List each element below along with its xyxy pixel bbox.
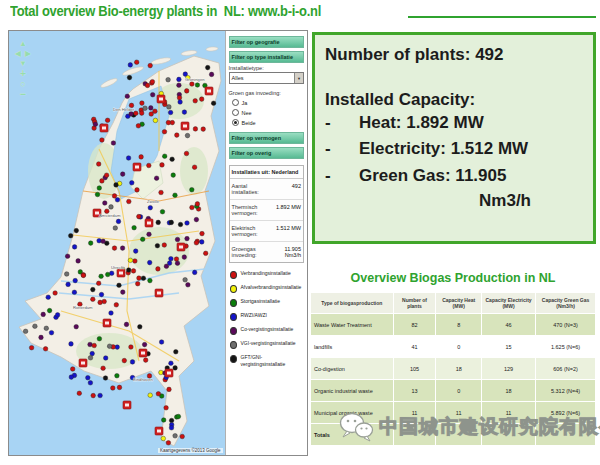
plant-marker-icon[interactable] [109, 311, 114, 316]
section-filter-vermogen[interactable]: Filter op vermogen [229, 132, 304, 144]
plant-marker-icon[interactable] [192, 165, 197, 170]
plant-marker-icon[interactable] [178, 100, 183, 105]
plant-marker-icon[interactable] [148, 205, 153, 210]
plant-marker-icon[interactable] [182, 110, 187, 115]
plant-marker-icon[interactable] [98, 393, 103, 398]
plant-marker-icon[interactable] [164, 406, 169, 411]
plant-marker-icon[interactable] [111, 141, 116, 146]
plant-marker-icon[interactable] [23, 329, 28, 334]
plant-marker-icon[interactable] [173, 434, 178, 439]
plant-marker-icon[interactable] [117, 283, 122, 288]
plant-marker-icon[interactable] [192, 270, 197, 275]
plant-marker-icon[interactable] [124, 322, 129, 327]
plant-marker-icon[interactable] [111, 386, 116, 391]
plant-marker-icon[interactable] [177, 77, 182, 82]
plant-marker-icon[interactable] [49, 330, 54, 335]
plant-marker-icon[interactable] [183, 278, 188, 283]
plant-marker-icon[interactable] [135, 281, 140, 286]
plant-marker-icon[interactable] [55, 313, 60, 318]
plant-marker-icon[interactable] [147, 163, 152, 168]
plant-marker-icon[interactable] [168, 110, 173, 115]
plant-marker-icon[interactable] [103, 356, 108, 361]
plant-marker-icon[interactable] [125, 94, 130, 99]
plant-marker-icon[interactable] [205, 65, 210, 70]
plant-marker-icon[interactable] [74, 228, 79, 233]
plant-marker-icon[interactable] [53, 291, 58, 296]
plant-marker-icon[interactable] [173, 193, 178, 198]
plant-marker-icon[interactable] [174, 350, 179, 355]
plant-marker-icon[interactable] [100, 179, 105, 184]
radio-ja[interactable]: Ja [232, 99, 304, 106]
plant-marker-icon[interactable] [133, 249, 138, 254]
plant-marker-icon[interactable] [145, 83, 150, 88]
plant-marker-icon[interactable] [103, 376, 108, 381]
plant-marker-icon[interactable] [195, 202, 200, 207]
plant-marker-icon[interactable] [68, 233, 73, 238]
plant-marker-icon[interactable] [91, 297, 96, 302]
plant-marker-icon[interactable] [184, 89, 189, 94]
plant-marker-icon[interactable] [73, 278, 78, 283]
plant-marker-icon[interactable] [72, 245, 77, 250]
plant-marker-icon[interactable] [127, 199, 132, 204]
plant-marker-icon[interactable] [29, 345, 34, 350]
plant-marker-icon[interactable] [41, 312, 46, 317]
plant-marker-icon[interactable] [161, 436, 166, 441]
plant-marker-icon[interactable] [175, 133, 180, 138]
plant-marker-icon[interactable] [160, 209, 165, 214]
plant-marker-icon[interactable] [140, 101, 145, 106]
netherlands-map[interactable]: Den HelderGroningenZwolleAmsterdamUtrech… [9, 31, 226, 455]
plant-marker-icon[interactable] [148, 278, 153, 283]
plant-marker-icon[interactable] [105, 272, 110, 277]
plant-marker-icon[interactable] [74, 324, 79, 329]
plant-marker-icon[interactable] [156, 267, 161, 272]
plant-marker-icon[interactable] [169, 256, 174, 261]
plant-marker-icon[interactable] [136, 124, 141, 129]
plant-marker-icon[interactable] [178, 222, 183, 227]
plant-marker-icon[interactable] [69, 375, 74, 380]
plant-marker-icon[interactable] [203, 251, 208, 256]
plant-marker-icon[interactable] [66, 282, 71, 287]
plant-marker-icon[interactable] [140, 237, 145, 242]
plant-marker-icon[interactable] [134, 60, 139, 65]
plant-marker-icon[interactable] [142, 342, 147, 347]
plant-marker-icon[interactable] [47, 308, 52, 313]
plant-marker-icon[interactable] [159, 340, 164, 345]
plant-marker-icon[interactable] [43, 347, 48, 352]
plant-marker-icon[interactable] [134, 111, 139, 116]
plant-marker-icon[interactable] [99, 274, 104, 279]
plant-marker-icon[interactable] [117, 385, 122, 390]
plant-marker-icon[interactable] [173, 366, 178, 371]
plant-marker-icon[interactable] [153, 109, 158, 114]
plant-marker-icon[interactable] [138, 325, 143, 330]
plant-marker-icon[interactable] [177, 95, 182, 100]
plant-marker-icon[interactable] [176, 414, 181, 419]
plant-marker-icon[interactable] [112, 194, 117, 199]
plant-marker-icon[interactable] [128, 63, 133, 68]
plant-marker-icon[interactable] [180, 434, 185, 439]
plant-marker-icon[interactable] [147, 260, 152, 265]
radio-beide[interactable]: Beide [232, 119, 304, 126]
plant-marker-icon[interactable] [88, 342, 93, 347]
plant-marker-icon[interactable] [129, 345, 134, 350]
plant-marker-icon[interactable] [167, 105, 172, 110]
plant-marker-icon[interactable] [122, 358, 127, 363]
section-filter-type[interactable]: Filter op type installatie [229, 51, 304, 63]
plant-marker-icon[interactable] [194, 241, 199, 246]
plant-marker-icon[interactable] [64, 272, 69, 277]
plant-marker-icon[interactable] [105, 118, 110, 123]
plant-marker-icon[interactable] [121, 290, 126, 295]
plant-marker-icon[interactable] [148, 393, 153, 398]
plant-marker-icon[interactable] [129, 112, 134, 117]
section-filter-overig[interactable]: Filter op overig [229, 147, 304, 159]
plant-marker-icon[interactable] [91, 393, 96, 398]
installatietype-select[interactable]: Alles ▼ [229, 72, 304, 84]
plant-marker-icon[interactable] [39, 335, 44, 340]
plant-marker-icon[interactable] [169, 418, 174, 423]
plant-marker-icon[interactable] [169, 361, 174, 366]
plant-marker-icon[interactable] [112, 246, 117, 251]
plant-marker-icon[interactable] [175, 261, 180, 266]
plant-marker-icon[interactable] [133, 259, 138, 264]
plant-marker-icon[interactable] [88, 356, 93, 361]
plant-marker-icon[interactable] [90, 351, 95, 356]
plant-marker-icon[interactable] [76, 259, 81, 264]
